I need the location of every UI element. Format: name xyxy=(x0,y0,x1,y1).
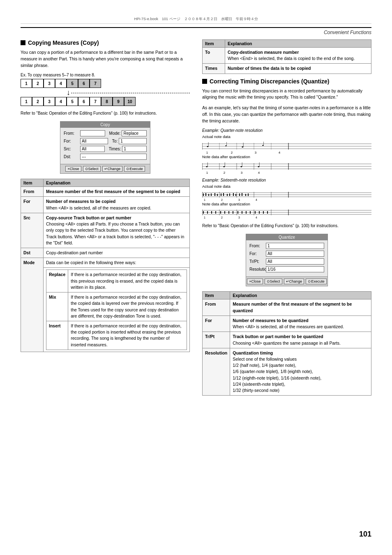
table-header-row: Item Explanation xyxy=(203,292,371,299)
q-execute-button[interactable]: ⊙Execute xyxy=(306,279,327,284)
quantize-desc2: As an example, let's say that the timing… xyxy=(202,105,371,124)
measure-row-2: 1 2 3 4 5 6 7 8 9 10 xyxy=(21,97,190,106)
th-explanation-q: Explanation xyxy=(230,292,371,299)
svg-rect-45 xyxy=(227,194,228,196)
svg-text:1: 1 xyxy=(206,171,208,175)
m1-5: 5 xyxy=(67,79,78,88)
quantize-section-heading: Correcting Timing Discrepancies (Quantiz… xyxy=(202,78,371,85)
table-row: Resolution Quantization timing Select on… xyxy=(203,348,371,396)
actual-note-svg1: ♩ ♩ ♩ ♩ 1 2 3 4 xyxy=(202,140,371,154)
copy-section-title: Copying Measures (Copy) xyxy=(28,39,99,46)
q-select-button[interactable]: ⊙Select xyxy=(265,279,282,284)
q-from-field[interactable]: 1 xyxy=(266,243,324,249)
item-times: Times xyxy=(203,64,225,74)
q-close-button[interactable]: ×Close xyxy=(247,279,263,284)
dst-field[interactable]: --- xyxy=(80,154,147,160)
item-mode: Mode xyxy=(21,258,44,352)
execute-button[interactable]: ⊙Execute xyxy=(124,166,145,172)
copy-section-heading: Copying Measures (Copy) xyxy=(21,39,190,46)
for-field[interactable]: All xyxy=(80,138,108,144)
refer-text-copy: Refer to "Basic Operation of the Editing… xyxy=(21,110,190,116)
copy-dialog-title: Copy xyxy=(60,122,150,128)
q-dialog-row-from: From: 1 xyxy=(249,243,324,249)
sub-item-insert: Insert xyxy=(46,321,68,350)
page: HPi-7S-e.book 101 ページ ２００８年４月２日 水曜日 午前９時… xyxy=(0,0,392,555)
m1-2: 2 xyxy=(32,79,44,88)
arrow-area: ↓ xyxy=(21,89,190,96)
q-res-field[interactable]: 1/16 xyxy=(266,266,324,272)
m1-7: 7 xyxy=(90,79,101,88)
table-row: For Number of measures to be quantized W… xyxy=(203,315,371,332)
svg-text:3: 3 xyxy=(238,198,240,201)
q-change-button[interactable]: ↵Change xyxy=(284,279,304,284)
explanation-dst: Copy-destination part number xyxy=(44,248,190,258)
quantized-note-label2: Note data after quantization xyxy=(202,202,371,206)
svg-rect-66 xyxy=(203,211,204,214)
svg-text:2: 2 xyxy=(221,216,223,219)
copy-dialog-buttons: ×Close ⊙Select ↵Change ⊙Execute xyxy=(60,164,150,173)
svg-rect-80 xyxy=(263,211,264,214)
q-trpt-field[interactable]: All xyxy=(266,258,324,265)
q-trpt-label: Tr/Pt: xyxy=(249,259,266,264)
svg-text:♩: ♩ xyxy=(206,141,210,148)
svg-rect-37 xyxy=(203,193,204,196)
svg-text:♩: ♩ xyxy=(240,161,243,168)
left-column: Copying Measures (Copy) You can copy a p… xyxy=(21,39,190,396)
dialog-row-dst: Dst: --- xyxy=(64,154,147,160)
sub-item-replace: Replace xyxy=(46,270,68,292)
svg-text:3: 3 xyxy=(241,171,243,175)
insert-text: If there is a performance recorded at th… xyxy=(68,321,187,350)
page-number: 101 xyxy=(359,530,371,539)
q-explanation-for: Number of measures to be quantized When … xyxy=(230,315,371,332)
svg-rect-46 xyxy=(229,193,230,196)
svg-rect-72 xyxy=(228,211,229,214)
close-button[interactable]: ×Close xyxy=(65,166,81,172)
quantized-note-svg1: ♩ ♩ ♩ ♩ 1 2 3 4 xyxy=(202,160,371,175)
quantized-note-svg2: 1 2 3 4 xyxy=(202,207,371,219)
svg-text:4: 4 xyxy=(258,171,260,175)
q-item-trpt: Tr/Pt xyxy=(203,332,230,348)
quarter-note-example: Example: Quarter-note resolution Actual … xyxy=(202,128,371,175)
explanation-src: Copy-source Track button or part number … xyxy=(44,213,190,248)
to-field[interactable]: 1 xyxy=(119,138,147,144)
mode-label: Mode: xyxy=(109,131,121,136)
explanation-to: Copy-destination measure number When <En… xyxy=(225,48,371,64)
times-field[interactable]: 1 xyxy=(122,146,147,152)
q-item-for: For xyxy=(203,315,230,332)
sixteenth-note-example: Example: Sixteenth-note resolution Actua… xyxy=(202,178,371,219)
svg-rect-50 xyxy=(242,193,242,196)
right-column: Item Explanation To Copy-destination mea… xyxy=(202,39,371,396)
change-button[interactable]: ↵Change xyxy=(102,166,123,172)
item-for: For xyxy=(21,197,44,213)
page-header: Convenient Functions xyxy=(21,30,371,35)
q-for-label: For: xyxy=(249,251,266,256)
select-button[interactable]: ⊙Select xyxy=(83,166,101,172)
svg-rect-51 xyxy=(245,194,246,196)
q-for-field[interactable]: All xyxy=(266,251,324,257)
table-row: Src Copy-source Track button or part num… xyxy=(21,213,190,248)
svg-text:3: 3 xyxy=(255,151,257,154)
svg-text:1: 1 xyxy=(204,198,205,201)
actual-note-svg2: 1 2 3 4 xyxy=(202,189,371,202)
svg-text:1: 1 xyxy=(206,151,208,154)
svg-rect-49 xyxy=(239,193,240,196)
from-field[interactable] xyxy=(80,130,105,136)
m2-5: 5 xyxy=(67,97,78,106)
svg-rect-42 xyxy=(217,194,218,196)
svg-text:♩: ♩ xyxy=(241,142,244,149)
q-explanation-from: Measure number of the first measure of t… xyxy=(230,299,371,315)
mode-sub-table: Replace If there is a performance record… xyxy=(46,269,187,350)
mix-text: If there is a performance recorded at th… xyxy=(68,292,187,321)
m2-2: 2 xyxy=(32,97,44,106)
q-explanation-trpt: Track button or part number to be quanti… xyxy=(230,332,371,348)
svg-text:1: 1 xyxy=(204,216,205,219)
src-field[interactable]: All xyxy=(80,146,105,152)
mode-field[interactable]: Replace xyxy=(122,130,147,136)
svg-rect-67 xyxy=(207,211,208,214)
svg-text:♩: ♩ xyxy=(223,161,226,168)
table-header-row: Item Explanation xyxy=(21,179,190,187)
th-item: Item xyxy=(21,179,44,187)
svg-rect-41 xyxy=(214,193,215,196)
header-rule xyxy=(21,27,371,28)
actual-note-label2: Actual note data xyxy=(202,184,371,189)
